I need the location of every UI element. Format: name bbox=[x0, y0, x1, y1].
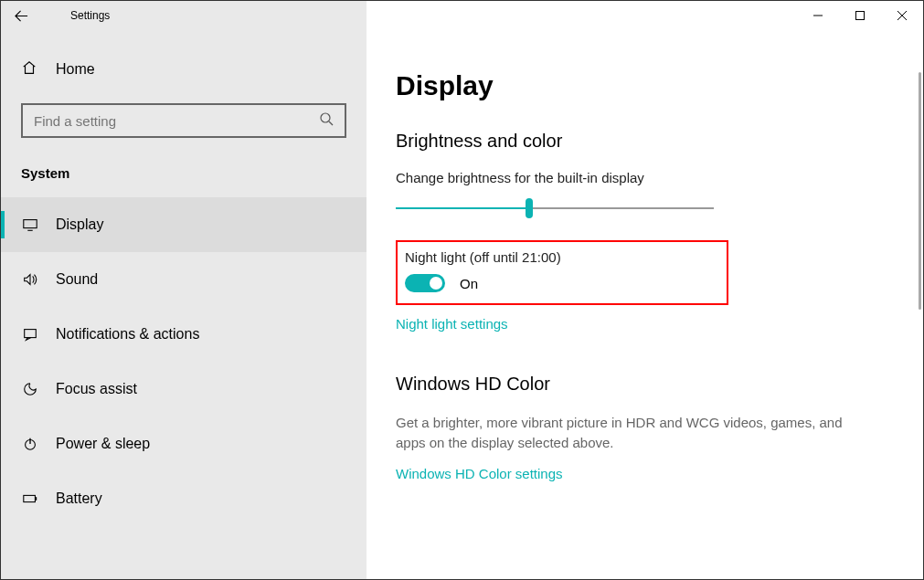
svg-point-1 bbox=[321, 113, 330, 122]
home-nav[interactable]: Home bbox=[1, 52, 366, 90]
content-area: Display Brightness and color Change brig… bbox=[366, 30, 923, 579]
svg-rect-2 bbox=[24, 220, 37, 228]
home-label: Home bbox=[56, 61, 95, 78]
scrollbar-thumb[interactable] bbox=[919, 72, 921, 310]
maximize-button[interactable] bbox=[839, 1, 881, 30]
slider-thumb[interactable] bbox=[526, 198, 533, 218]
search-box[interactable] bbox=[21, 103, 346, 138]
toggle-state-label: On bbox=[460, 276, 478, 291]
title-bar: Settings bbox=[1, 1, 923, 30]
sidebar-item-label: Focus assist bbox=[56, 381, 137, 397]
search-input[interactable] bbox=[34, 113, 319, 129]
focus-icon bbox=[21, 381, 39, 397]
window-title: Settings bbox=[70, 9, 110, 22]
sidebar-item-sound[interactable]: Sound bbox=[1, 252, 366, 307]
category-title: System bbox=[1, 154, 366, 197]
home-icon bbox=[21, 59, 39, 79]
minimize-button[interactable] bbox=[797, 1, 839, 30]
brightness-slider[interactable] bbox=[396, 198, 714, 218]
svg-rect-3 bbox=[25, 330, 37, 338]
sidebar-item-label: Power & sleep bbox=[56, 436, 150, 452]
sidebar-item-label: Notifications & actions bbox=[56, 326, 199, 343]
back-button[interactable] bbox=[1, 1, 41, 30]
battery-icon bbox=[21, 490, 39, 507]
svg-rect-6 bbox=[35, 497, 37, 501]
sidebar: Home System Display Sound Notifications … bbox=[1, 30, 366, 579]
svg-rect-5 bbox=[24, 495, 36, 501]
page-title: Display bbox=[396, 70, 894, 101]
sidebar-item-focus[interactable]: Focus assist bbox=[1, 362, 366, 417]
close-icon bbox=[897, 11, 907, 20]
notifications-icon bbox=[21, 326, 39, 343]
night-light-label: Night light (off until 21:00) bbox=[405, 249, 716, 265]
hdcolor-settings-link[interactable]: Windows HD Color settings bbox=[396, 466, 563, 481]
section-hdcolor-heading: Windows HD Color bbox=[396, 374, 894, 395]
power-icon bbox=[21, 436, 39, 452]
slider-fill bbox=[396, 207, 531, 209]
night-light-toggle[interactable] bbox=[405, 274, 445, 292]
sidebar-item-display[interactable]: Display bbox=[1, 197, 366, 252]
sidebar-item-power[interactable]: Power & sleep bbox=[1, 417, 366, 471]
section-brightness-heading: Brightness and color bbox=[396, 131, 894, 152]
display-icon bbox=[21, 216, 39, 233]
sidebar-item-label: Battery bbox=[56, 490, 102, 507]
sidebar-item-label: Sound bbox=[56, 271, 98, 288]
night-light-settings-link[interactable]: Night light settings bbox=[396, 316, 508, 332]
hdcolor-desc: Get a brighter, more vibrant picture in … bbox=[396, 413, 871, 453]
sidebar-item-label: Display bbox=[56, 216, 103, 233]
maximize-icon bbox=[855, 11, 865, 20]
minimize-icon bbox=[813, 11, 823, 20]
sidebar-item-notifications[interactable]: Notifications & actions bbox=[1, 307, 366, 362]
brightness-slider-label: Change brightness for the built-in displ… bbox=[396, 170, 894, 185]
svg-rect-0 bbox=[856, 12, 865, 20]
search-icon bbox=[319, 111, 334, 130]
sound-icon bbox=[21, 271, 39, 288]
night-light-highlight: Night light (off until 21:00) On bbox=[396, 240, 728, 305]
close-button[interactable] bbox=[881, 1, 923, 30]
back-arrow-icon bbox=[15, 9, 28, 23]
window-controls bbox=[797, 1, 923, 30]
sidebar-item-battery[interactable]: Battery bbox=[1, 471, 366, 526]
toggle-knob bbox=[430, 277, 442, 290]
